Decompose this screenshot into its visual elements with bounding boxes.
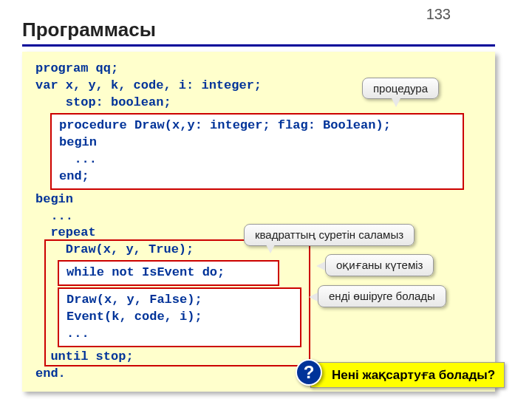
title-underline [22, 44, 495, 47]
page-title: Программасы [22, 18, 156, 41]
callout-erase: енді өшіруге болады [318, 285, 446, 307]
callout-tail [266, 245, 275, 253]
callout-procedure: процедура [362, 78, 439, 99]
code-line: begin [59, 134, 455, 151]
code-line: ... [59, 151, 455, 168]
callout-tail [392, 98, 400, 107]
procedure-box: procedure Draw(x,y: integer; flag: Boole… [50, 113, 464, 190]
repeat-outline [44, 239, 310, 366]
code-line: ... [35, 208, 482, 225]
code-line: program qq; [35, 61, 482, 78]
page-number: 133 [426, 6, 451, 23]
callout-event: оқиғаны күтеміз [325, 254, 434, 276]
callout-tail [316, 262, 325, 270]
code-line: end; [59, 168, 455, 185]
callout-square: квадраттың суретін саламыз [244, 224, 415, 246]
code-line: begin [35, 191, 482, 208]
question-box: Нені жақсартуға болады? [310, 362, 505, 388]
callout-tail [309, 293, 318, 301]
code-line: procedure Draw(x,y: integer; flag: Boole… [59, 117, 455, 134]
question-icon: ? [296, 359, 322, 386]
